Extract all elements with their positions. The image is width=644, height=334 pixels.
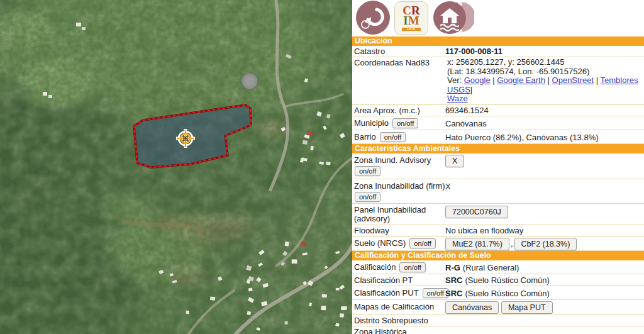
clasificacion-pt-desc: (Suelo Rústico Común) (465, 276, 549, 285)
app-window: { "colors": { "section_header_bg": "#F6A… (0, 0, 644, 334)
zona-firm-value: X (445, 182, 451, 191)
zona-advisory-value-button[interactable]: X (445, 155, 464, 167)
link-separator: | (492, 75, 494, 85)
mapa-put-button[interactable]: Mapa PUT (501, 301, 553, 314)
panel-toolbar: CR IM CRIM (352, 0, 644, 36)
link-google[interactable]: Google (464, 75, 491, 85)
row-suelo-nrcs: Suelo (NRCS)on/off MuE2 (81.7%),CbF2 (18… (352, 237, 644, 251)
municipio-value: Canóvanas (445, 119, 487, 129)
clasificacion-put-value: SRC(Suelo Rústico Común) (445, 289, 550, 299)
clasificacion-pt-value: SRC(Suelo Rústico Común) (445, 276, 550, 285)
crim-letter-i: I (403, 14, 408, 27)
clasificacion-pt-code: SRC (445, 276, 462, 285)
floodway-value: No ubica en floodway (445, 226, 523, 235)
clasificacion-put-code: SRC (445, 289, 462, 298)
row-calificacion: Calificaciónon/off R-G(Rural General) (352, 260, 644, 274)
floodway-label: Floodway (354, 226, 389, 235)
row-zona-historica: Zona Histórica (352, 326, 644, 334)
suelo-cbf2-button[interactable]: CbF2 (18.3%) (514, 238, 577, 250)
suelo-mue2-button[interactable]: MuE2 (81.7%) (445, 238, 509, 250)
crim-logo[interactable]: CR IM CRIM (394, 1, 428, 35)
link-openstreet[interactable]: OpenStreet (552, 75, 594, 85)
mapas-buttons: Canóvanas Mapa PUT (445, 301, 553, 314)
calificacion-label: Calificación (354, 262, 396, 272)
clasificacion-pt-label: Clasificación PT (354, 276, 413, 285)
link-separator: | (596, 75, 598, 85)
row-mapas-calificacion: Mapas de Calificación Canóvanas Mapa PUT (352, 300, 644, 315)
catastro-value: 117-000-008-11 (445, 47, 502, 56)
calificacion-desc: (Rural General) (463, 263, 519, 272)
ver-prefix: Ver: (447, 75, 462, 85)
link-google-earth[interactable]: Google Earth (497, 75, 545, 85)
satellite-map[interactable] (0, 0, 352, 334)
suelo-toggle-button[interactable]: on/off (409, 238, 435, 248)
mapas-label: Mapas de Calificación (354, 302, 434, 311)
zona-firm-label: Zona Inundabilidad (firm) (354, 181, 445, 191)
section-calificacion: Calificación y Clasificación de Suelo (352, 251, 644, 260)
distrito-label: Distrito Sobrepuesto (354, 316, 428, 325)
crim-strip: CRIM (402, 28, 421, 31)
row-floodway: Floodway No ubica en floodway (352, 225, 644, 237)
row-distrito-sobrepuesto: Distrito Sobrepuesto (352, 315, 644, 326)
suelo-values: MuE2 (81.7%),CbF2 (18.3%) (445, 238, 577, 250)
calificacion-value: R-G(Rural General) (445, 263, 519, 273)
barrio-toggle-button[interactable]: on/off (380, 132, 406, 142)
crim-letter-m: M (408, 14, 419, 27)
suelo-comma: , (511, 239, 513, 248)
canopy-speckle (0, 0, 352, 334)
coordenadas-label: Coordenadas Nad83 (354, 58, 430, 67)
zona-advisory-label: Zona Inund. Advisory (354, 155, 431, 165)
section-ambientales: Características Ambientales (352, 144, 644, 153)
row-catastro: Catastro 117-000-008-11 (352, 46, 644, 57)
zona-firm-toggle-button[interactable]: on/off (355, 192, 380, 202)
row-clasificacion-pt: Clasificación PT SRC(Suelo Rústico Común… (352, 274, 644, 286)
section-ubicacion: Ubicación (352, 36, 644, 46)
clasificacion-put-label: Clasificación PUT (354, 288, 419, 298)
row-zona-inund-firm: Zona Inundabilidad (firm) X on/off (352, 179, 644, 204)
spiral-arrow-icon[interactable] (356, 1, 390, 35)
row-zona-inund-advisory: Zona Inund. Advisory X on/off (352, 153, 644, 179)
calificacion-code: R-G (445, 263, 460, 272)
row-clasificacion-put: Clasificación PUTon/off SRC(Suelo Rústic… (352, 286, 644, 300)
municipio-label: Municipio (354, 118, 389, 128)
coordenadas-xy: x: 256205.1227, y: 256602.1445 (447, 58, 641, 67)
barrio-label: Barrio (354, 132, 376, 142)
row-barrio: Barrioon/off Hato Puerco (86.2%), Canóva… (352, 130, 644, 144)
municipio-toggle-button[interactable]: on/off (392, 118, 418, 128)
row-coordenadas: Coordenadas Nad83 x: 256205.1227, y: 256… (352, 57, 644, 105)
row-municipio: Municipioon/off Canóvanas (352, 116, 644, 130)
area-label: Area Aprox. (m.c.) (354, 106, 420, 115)
panel-inund-label: Panel Inundabilidad (advisory) (354, 206, 442, 224)
flood-gauge-icon[interactable] (433, 1, 474, 36)
row-area: Area Aprox. (m.c.) 69346.1524 (352, 105, 644, 116)
coordenadas-links: Ver: Google | Google Earth | OpenStreet … (447, 76, 641, 104)
coordenadas-latlon: (Lat: 18.34399574, Lon: -65.90157526) (447, 67, 641, 77)
zona-historica-label: Zona Histórica (354, 327, 407, 334)
info-panel: CR IM CRIM (352, 0, 644, 334)
barrio-value: Hato Puerco (86.2%), Canóvanas (13.8%) (445, 133, 599, 143)
mapa-canovanas-button[interactable]: Canóvanas (445, 301, 499, 314)
water-tank (242, 73, 258, 89)
zona-advisory-toggle-button[interactable]: on/off (355, 166, 380, 176)
clasificacion-put-toggle-button[interactable]: on/off (423, 288, 448, 298)
row-panel-inundabilidad: Panel Inundabilidad (advisory) 72000C076… (352, 204, 644, 225)
area-value: 69346.1524 (445, 106, 489, 115)
catastro-label: Catastro (354, 47, 385, 56)
link-waze[interactable]: Waze (447, 94, 468, 103)
calificacion-toggle-button[interactable]: on/off (399, 262, 425, 272)
clasificacion-put-desc: (Suelo Rústico Común) (465, 289, 549, 298)
link-separator: | (548, 75, 550, 85)
suelo-label: Suelo (NRCS) (354, 238, 406, 248)
panel-inund-button[interactable]: 72000C0760J (445, 206, 508, 218)
link-separator: | (470, 85, 472, 94)
